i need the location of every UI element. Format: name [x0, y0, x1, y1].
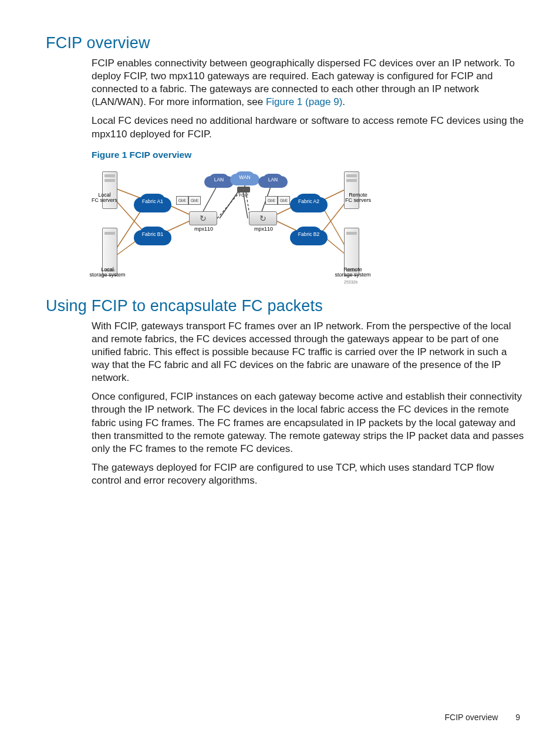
wan-label: WAN: [239, 174, 251, 181]
lan-right-icon: LAN: [263, 174, 283, 185]
fabric-a2-label: Fabric A2: [298, 199, 319, 205]
local-storage-label: Local storage system: [81, 267, 134, 278]
footer-section-title: FCIP overview: [445, 713, 498, 722]
fcip-diagram: Fabric A1 Fabric B1 Fabric A2 Fabric B2 …: [92, 164, 362, 285]
mpx110-right-icon: [249, 211, 277, 225]
mpx110-left-icon: [189, 211, 217, 225]
remote-servers-label: Remote FC servers: [337, 193, 379, 204]
fabric-a1-icon: Fabric A1: [140, 194, 166, 209]
page-footer: FCIP overview 9: [445, 712, 520, 723]
fabric-b2-label: Fabric B2: [298, 232, 319, 238]
body-section1: FCIP enables connectivity between geogra…: [92, 57, 525, 141]
footer-page-number: 9: [515, 713, 520, 722]
body-section2: With FCIP, gateways transport FC frames …: [92, 320, 525, 487]
gbe-port: GbE: [278, 196, 290, 205]
gbe-port: GbE: [176, 196, 188, 205]
mpx-left-label: mpx110: [190, 227, 217, 232]
fabric-b2-icon: Fabric B2: [296, 227, 322, 242]
figure-ref: 25332b: [344, 280, 357, 284]
fabric-a1-label: Fabric A1: [142, 199, 163, 205]
gbe-port: GbE: [265, 196, 278, 205]
local-servers-label: Local FC servers: [87, 193, 122, 204]
gbe-port: GbE: [188, 196, 201, 205]
fabric-b1-icon: Fabric B1: [140, 227, 166, 242]
heading-fcip-overview: FCIP overview: [46, 33, 525, 53]
para-overview-1: FCIP enables connectivity between geogra…: [92, 57, 525, 109]
xref-figure-1[interactable]: Figure 1 (page 9): [266, 96, 342, 107]
lan-left-label: LAN: [214, 177, 224, 183]
fcip-hub-icon: [237, 187, 250, 193]
figure-1: Fabric A1 Fabric B1 Fabric A2 Fabric B2 …: [92, 164, 367, 285]
para-encap-3: The gateways deployed for FCIP are confi…: [92, 461, 525, 487]
figure-1-caption: Figure 1 FCIP overview: [92, 149, 525, 161]
heading-encapsulate: Using FCIP to encapsulate FC packets: [46, 296, 525, 316]
para-encap-1: With FCIP, gateways transport FC frames …: [92, 320, 525, 384]
text: .: [342, 96, 345, 107]
fabric-b1-label: Fabric B1: [142, 232, 163, 238]
para-encap-2: Once configured, FCIP instances on each …: [92, 390, 525, 455]
wan-icon: WAN: [235, 171, 255, 183]
para-overview-2: Local FC devices need no additional hard…: [92, 114, 525, 140]
lan-left-icon: LAN: [209, 174, 229, 185]
mpx-right-label: mpx110: [250, 227, 277, 232]
fcip-hub-label: FCIP: [239, 193, 248, 197]
remote-storage-label: Remote storage system: [326, 267, 379, 278]
fabric-a2-icon: Fabric A2: [296, 194, 322, 209]
lan-right-label: LAN: [268, 177, 278, 183]
